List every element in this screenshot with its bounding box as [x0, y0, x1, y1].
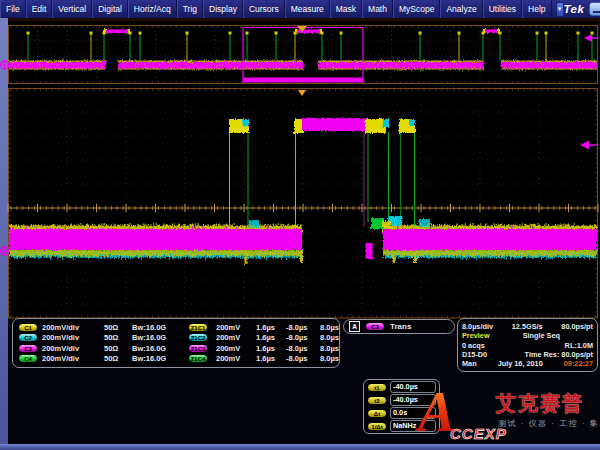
digital-row: D15-D0 Time Res: 80.0ps/pt — [462, 350, 593, 359]
channel-row-c2: C2 200mV/div 50Ω Bw:16.0G Z1C2 200mV 1.6… — [18, 333, 339, 343]
overview-window — [0, 26, 598, 84]
zoom1-ch1-badge[interactable]: Z1C1 — [188, 323, 208, 332]
cursor-delta-row: Δt 0.0s — [367, 408, 436, 418]
trigger-type: Trans — [390, 322, 411, 331]
ch1-scale[interactable]: 200mV/div — [42, 323, 104, 332]
ch1-bandwidth: Bw:16.0G — [132, 323, 188, 332]
menu-bar: File Edit Vertical Digital Horiz/Acq Tri… — [0, 0, 600, 18]
ch4-badge[interactable]: C4 — [18, 354, 38, 363]
zoom1-ch4-time: 1.6µs — [256, 354, 286, 363]
oscilloscope-app: File Edit Vertical Digital Horiz/Acq Tri… — [0, 0, 600, 450]
acq-count-row: 0 acqs RL:1.0M — [462, 341, 593, 350]
ch2-scale[interactable]: 200mV/div — [42, 333, 104, 342]
zoom1-ch3-start: -8.0µs — [286, 344, 320, 353]
zoom1-ch1-start: -8.0µs — [286, 323, 320, 332]
watermark-cn-subtitle: 测试 · 仪器 · 工控 · 集成 — [498, 418, 600, 429]
zoom1-ch4-scale: 200mV — [216, 354, 256, 363]
date-display: July 16, 2010 — [477, 359, 564, 368]
preview-status: Preview — [462, 331, 490, 340]
time-resolution: Time Res: 80.0ps/pt — [525, 350, 593, 359]
time-display: 09:22:27 — [564, 359, 593, 368]
ch3-badge[interactable]: C3 — [18, 344, 38, 353]
cursor-t2-row: t2 -40.0µs — [367, 395, 436, 405]
ch2-badge[interactable]: C2 — [18, 333, 38, 342]
menu-overflow-button[interactable]: ▼ — [556, 2, 564, 17]
menu-item-vertical[interactable]: Vertical — [52, 0, 92, 18]
menu-item-mask[interactable]: Mask — [330, 0, 362, 18]
display-background — [8, 21, 598, 320]
channel-row-c1: C1 200mV/div 50Ω Bw:16.0G Z1C1 200mV 1.6… — [18, 322, 339, 332]
pulse-traces — [229, 118, 415, 250]
trigger-source-badge[interactable]: C3 — [365, 322, 385, 331]
menu-item-help[interactable]: Help — [522, 0, 551, 18]
trigger-mode: Man — [462, 359, 477, 368]
menu-item-cursors[interactable]: Cursors — [243, 0, 285, 18]
overview-trigger-level-arrow[interactable] — [584, 34, 598, 42]
menu-item-measure[interactable]: Measure — [285, 0, 330, 18]
ch4-scale[interactable]: 200mV/div — [42, 354, 104, 363]
ch1-impedance: 50Ω — [104, 323, 132, 332]
zoom1-ch2-badge[interactable]: Z1C2 — [188, 333, 208, 342]
zoom1-ch1-end: 8.0µs — [320, 323, 340, 332]
noise-band — [9, 216, 597, 264]
overview-graticule-border — [9, 26, 598, 84]
cursor-delta-value: 0.0s — [390, 407, 436, 419]
menu-item-horizacq[interactable]: Horiz/Acq — [128, 0, 177, 18]
ch3-impedance: 50Ω — [104, 344, 132, 353]
cursor-t2-badge[interactable]: t2 — [367, 396, 387, 405]
cursor-freq-value: NaNHz — [390, 420, 436, 432]
cursor-t1-badge[interactable]: t1 — [367, 383, 387, 392]
desktop-left-strip — [0, 18, 8, 450]
cursor-freq-badge[interactable]: 1/Δt — [367, 422, 387, 431]
ch3-bandwidth: Bw:16.0G — [132, 344, 188, 353]
watermark-brand: CCEXP — [450, 425, 507, 442]
menu-item-math[interactable]: Math — [362, 0, 393, 18]
main-grid — [9, 89, 599, 319]
menu-item-utilities[interactable]: Utilities — [483, 0, 522, 18]
ch1-badge[interactable]: C1 — [18, 323, 38, 332]
zoom1-ch2-start: -8.0µs — [286, 333, 320, 342]
zoom1-ch1-scale: 200mV — [216, 323, 256, 332]
zoom1-ch2-end: 8.0µs — [320, 333, 340, 342]
minimize-button[interactable] — [589, 2, 600, 16]
menu-item-file[interactable]: File — [0, 0, 26, 18]
zoom1-ch3-end: 8.0µs — [320, 344, 340, 353]
expansion-point-marker — [298, 90, 306, 96]
menu-item-digital[interactable]: Digital — [92, 0, 128, 18]
acquisition-count: 0 acqs — [462, 341, 485, 350]
trigger-level-arrow[interactable] — [580, 141, 598, 150]
cursor-t1-value: -40.0µs — [390, 381, 436, 393]
overview-grid — [9, 26, 597, 84]
cursor-t1-row: t1 -40.0µs — [367, 382, 436, 392]
zoom-region-brackets[interactable] — [243, 27, 363, 83]
zoom1-ch3-scale: 200mV — [216, 344, 256, 353]
zoom1-ch4-start: -8.0µs — [286, 354, 320, 363]
zoom1-ch2-time: 1.6µs — [256, 333, 286, 342]
digital-channels: D15-D0 — [462, 350, 487, 359]
datetime-row: Man July 16, 2010 09:22:27 — [462, 359, 593, 368]
cursor-delta-badge[interactable]: Δt — [367, 409, 387, 418]
ch4-impedance: 50Ω — [104, 354, 132, 363]
acq-mode-row: Preview Single Seq — [462, 331, 593, 340]
timebase-row: 8.0µs/div 12.5GS/s 80.0ps/pt — [462, 322, 593, 331]
ch2-impedance: 50Ω — [104, 333, 132, 342]
menu-item-trig[interactable]: Trig — [177, 0, 203, 18]
overview-noise — [9, 59, 596, 72]
menu-item-display[interactable]: Display — [203, 0, 243, 18]
zoom1-ch3-time: 1.6µs — [256, 344, 286, 353]
record-length: RL:1.0M — [565, 341, 593, 350]
menu-item-analyze[interactable]: Analyze — [440, 0, 482, 18]
menu-item-myscope[interactable]: MyScope — [393, 0, 440, 18]
ch3-scale[interactable]: 200mV/div — [42, 344, 104, 353]
zoom1-ch3-badge[interactable]: Z1C3 — [188, 344, 208, 353]
channel-readout-panel: C1 200mV/div 50Ω Bw:16.0G Z1C1 200mV 1.6… — [12, 318, 340, 368]
sample-rate: 12.5GS/s — [493, 322, 561, 331]
overview-spikes — [27, 32, 594, 61]
menu-item-edit[interactable]: Edit — [26, 0, 53, 18]
cursor-readout-panel: t1 -40.0µs t2 -40.0µs Δt 0.0s 1/Δt NaNHz — [363, 379, 440, 434]
trigger-readout-panel[interactable]: A C3 Trans — [343, 319, 455, 334]
zoom-region-bar[interactable] — [243, 78, 363, 83]
zoom1-ch4-badge[interactable]: Z1C4 — [188, 354, 208, 363]
ch2-bandwidth: Bw:16.0G — [132, 333, 188, 342]
zoom1-ch2-scale: 200mV — [216, 333, 256, 342]
